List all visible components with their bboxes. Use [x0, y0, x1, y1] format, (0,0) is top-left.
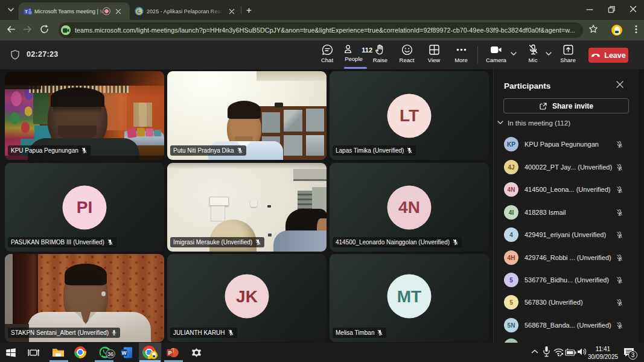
svg-text:T: T: [25, 9, 27, 13]
svg-text:W: W: [121, 349, 127, 355]
svg-text:P: P: [168, 349, 172, 355]
